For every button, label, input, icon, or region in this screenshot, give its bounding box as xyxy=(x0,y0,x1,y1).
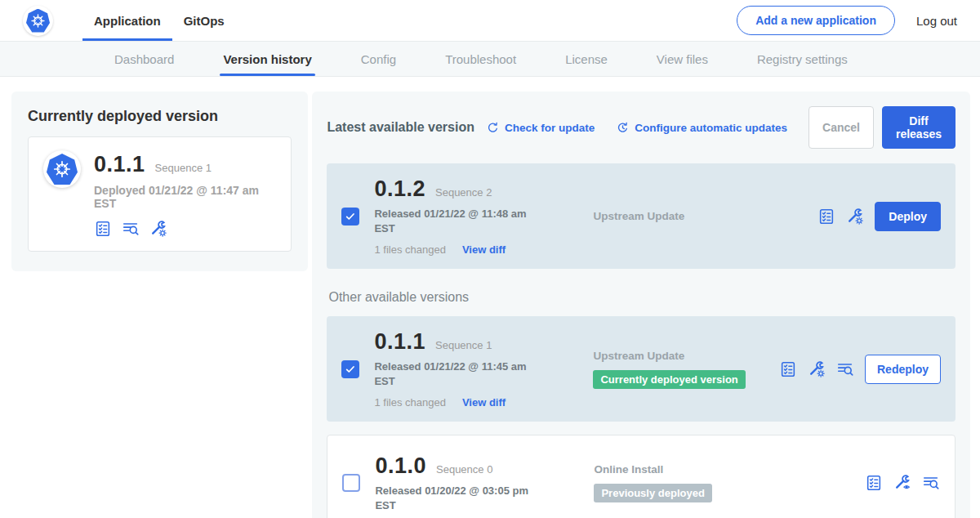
files-changed-label: 1 files changed xyxy=(374,243,445,256)
tab-gitops-label: GitOps xyxy=(184,14,225,28)
version-row-0-1-1: 0.1.1 Sequence 1 Released 01/21/22 @ 11:… xyxy=(327,316,956,422)
subnav-dashboard-label: Dashboard xyxy=(114,52,174,66)
sequence-label: Sequence 2 xyxy=(435,186,492,199)
latest-available-title: Latest available version xyxy=(327,120,474,135)
release-notes-icon[interactable] xyxy=(94,220,112,238)
subnav-troubleshoot-label: Troubleshoot xyxy=(445,52,516,66)
preflight-checks-icon[interactable] xyxy=(122,220,140,238)
view-diff-link[interactable]: View diff xyxy=(462,396,506,409)
preflight-checks-icon[interactable] xyxy=(836,360,854,378)
version-source-label: Upstream Update xyxy=(593,210,817,222)
redeploy-button[interactable]: Redeploy xyxy=(865,355,941,384)
version-row-0-1-2: 0.1.2 Sequence 2 Released 01/21/22 @ 11:… xyxy=(327,163,956,269)
deployed-version-number: 0.1.1 xyxy=(94,152,145,177)
files-changed-label: 1 files changed xyxy=(374,396,445,409)
version-history-panel: Latest available version Check for updat… xyxy=(312,92,970,518)
configure-automatic-updates-label: Configure automatic updates xyxy=(635,122,787,134)
version-number: 0.1.1 xyxy=(374,329,425,355)
edit-config-icon[interactable] xyxy=(808,360,826,378)
currently-deployed-badge: Currently deployed version xyxy=(593,370,745,389)
subnav-view-files-label: View files xyxy=(657,52,708,66)
deploy-button[interactable]: Deploy xyxy=(875,202,941,231)
currently-deployed-card: Currently deployed version 0.1.1 Sequenc… xyxy=(11,92,308,271)
app-icon xyxy=(43,150,81,188)
released-timestamp: Released 01/21/22 @ 11:48 am EST xyxy=(374,207,533,235)
deployed-timestamp: Deployed 01/21/22 @ 11:47 am EST xyxy=(94,184,276,210)
tab-application-label: Application xyxy=(94,14,161,28)
release-notes-icon[interactable] xyxy=(817,208,835,226)
diff-releases-button[interactable]: Diff releases xyxy=(882,106,956,149)
clock-refresh-icon xyxy=(616,121,630,135)
previously-deployed-badge: Previously deployed xyxy=(594,484,711,502)
subnav-view-files[interactable]: View files xyxy=(632,42,733,76)
version-row-0-1-0: 0.1.0 Sequence 0 Released 01/20/22 @ 03:… xyxy=(327,435,956,518)
subnav-troubleshoot[interactable]: Troubleshoot xyxy=(421,42,541,76)
top-navbar: Application GitOps Add a new application… xyxy=(0,0,980,41)
other-versions-title: Other available versions xyxy=(328,290,956,305)
subnav-version-history-label: Version history xyxy=(223,52,311,66)
app-subnav: Dashboard Version history Config Trouble… xyxy=(0,41,980,77)
kubernetes-logo-icon xyxy=(23,6,53,36)
cancel-button[interactable]: Cancel xyxy=(808,106,874,149)
sequence-label: Sequence 0 xyxy=(436,463,492,476)
subnav-dashboard[interactable]: Dashboard xyxy=(90,42,198,76)
version-source-label: Online Install xyxy=(594,463,865,476)
check-for-update-link[interactable]: Check for update xyxy=(486,121,595,135)
refresh-icon xyxy=(486,121,500,135)
version-source-label: Upstream Update xyxy=(593,350,779,362)
view-config-icon[interactable] xyxy=(893,474,911,492)
edit-config-icon[interactable] xyxy=(846,208,864,226)
release-notes-icon[interactable] xyxy=(865,474,883,492)
released-timestamp: Released 01/20/22 @ 03:05 pm EST xyxy=(375,484,534,512)
version-checkbox[interactable] xyxy=(342,474,360,492)
app-logo[interactable] xyxy=(23,0,53,41)
view-diff-link[interactable]: View diff xyxy=(462,243,506,256)
subnav-license-label: License xyxy=(565,52,608,66)
version-checkbox[interactable] xyxy=(341,208,359,226)
tab-application[interactable]: Application xyxy=(82,0,172,41)
subnav-registry-settings[interactable]: Registry settings xyxy=(733,42,872,76)
preflight-checks-icon[interactable] xyxy=(922,474,940,492)
subnav-registry-settings-label: Registry settings xyxy=(757,52,848,66)
version-checkbox[interactable] xyxy=(341,360,359,378)
version-number: 0.1.0 xyxy=(375,453,426,479)
version-number: 0.1.2 xyxy=(374,176,425,202)
subnav-config-label: Config xyxy=(361,52,396,66)
add-application-button[interactable]: Add a new application xyxy=(737,6,895,35)
subnav-config[interactable]: Config xyxy=(336,42,421,76)
subnav-version-history[interactable]: Version history xyxy=(198,42,336,76)
deployed-sequence-label: Sequence 1 xyxy=(155,162,212,174)
logout-button[interactable]: Log out xyxy=(916,14,957,28)
release-notes-icon[interactable] xyxy=(779,360,797,378)
deployed-version-tile: 0.1.1 Sequence 1 Deployed 01/21/22 @ 11:… xyxy=(28,136,292,252)
currently-deployed-title: Currently deployed version xyxy=(28,108,292,125)
configure-automatic-updates-link[interactable]: Configure automatic updates xyxy=(616,121,787,135)
sequence-label: Sequence 1 xyxy=(435,339,492,351)
released-timestamp: Released 01/21/22 @ 11:45 am EST xyxy=(374,359,533,388)
edit-config-icon[interactable] xyxy=(149,220,167,238)
tab-gitops[interactable]: GitOps xyxy=(172,0,236,41)
subnav-license[interactable]: License xyxy=(541,42,632,76)
check-for-update-label: Check for update xyxy=(505,122,595,134)
